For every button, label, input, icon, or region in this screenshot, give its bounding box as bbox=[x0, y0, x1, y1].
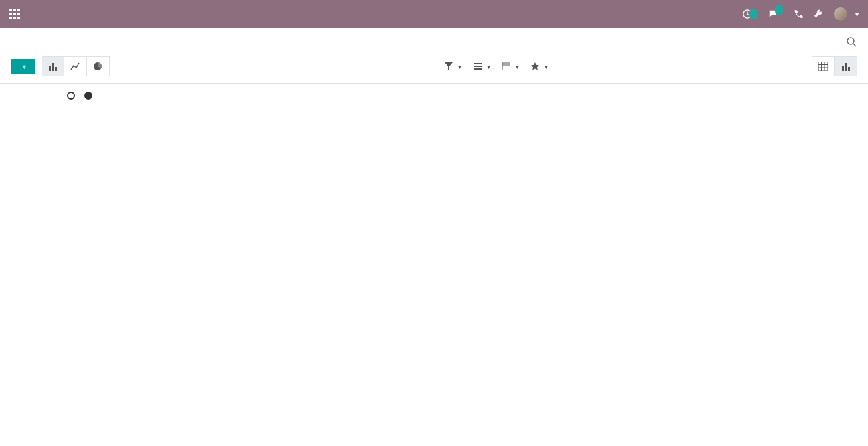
svg-rect-6 bbox=[9, 17, 12, 19]
chart-type-line[interactable] bbox=[64, 56, 87, 76]
chart-plot bbox=[11, 104, 857, 439]
funnel-icon bbox=[445, 62, 453, 70]
svg-rect-8 bbox=[17, 17, 20, 19]
table-icon bbox=[818, 62, 828, 71]
caret-down-icon: ▾ bbox=[23, 63, 27, 70]
bar-chart-icon bbox=[48, 62, 58, 71]
svg-rect-0 bbox=[9, 9, 12, 11]
mode-grouped[interactable] bbox=[67, 92, 78, 100]
calendar-icon bbox=[502, 62, 510, 70]
svg-rect-1 bbox=[13, 9, 16, 11]
breadcrumb bbox=[0, 28, 434, 40]
line-chart-icon bbox=[70, 62, 80, 71]
search-bar bbox=[445, 32, 857, 52]
user-menu[interactable]: ▾ bbox=[834, 7, 859, 21]
apps-icon[interactable] bbox=[9, 9, 20, 19]
msg-count bbox=[775, 5, 783, 15]
groupby-dropdown[interactable]: ▾ bbox=[474, 62, 490, 70]
view-pivot[interactable] bbox=[812, 56, 835, 76]
star-icon bbox=[531, 62, 539, 70]
activity-indicator[interactable] bbox=[743, 9, 757, 19]
bar-chart-icon bbox=[841, 62, 851, 71]
svg-rect-25 bbox=[848, 67, 850, 71]
search-input[interactable] bbox=[445, 34, 847, 50]
timeranges-dropdown[interactable]: ▾ bbox=[502, 62, 519, 70]
filters-dropdown[interactable]: ▾ bbox=[445, 62, 461, 70]
svg-rect-4 bbox=[13, 13, 16, 15]
activity-count bbox=[749, 9, 757, 19]
svg-rect-12 bbox=[49, 66, 51, 71]
phone-icon[interactable] bbox=[794, 9, 803, 19]
avatar bbox=[834, 7, 847, 21]
svg-rect-18 bbox=[818, 62, 828, 71]
search-icon[interactable] bbox=[847, 37, 857, 48]
messaging-indicator[interactable] bbox=[768, 9, 783, 19]
svg-point-10 bbox=[847, 38, 854, 44]
svg-rect-7 bbox=[13, 17, 16, 19]
svg-rect-14 bbox=[55, 67, 57, 71]
mode-stacked[interactable] bbox=[84, 92, 95, 100]
chart-type-pie[interactable] bbox=[87, 56, 110, 76]
svg-rect-3 bbox=[9, 13, 12, 15]
view-graph[interactable] bbox=[835, 56, 857, 76]
chart-area bbox=[0, 84, 868, 443]
measures-button[interactable]: ▾ bbox=[11, 59, 35, 74]
caret-down-icon: ▾ bbox=[855, 11, 859, 18]
svg-rect-5 bbox=[17, 13, 20, 15]
control-panel: ▾ ▾ ▾ bbox=[0, 28, 868, 84]
top-navbar: ▾ bbox=[0, 0, 868, 28]
svg-rect-24 bbox=[845, 63, 847, 71]
wrench-icon[interactable] bbox=[814, 9, 823, 19]
svg-line-11 bbox=[853, 44, 856, 46]
svg-rect-23 bbox=[842, 66, 844, 71]
chart-type-bar[interactable] bbox=[42, 56, 64, 76]
svg-rect-13 bbox=[52, 63, 54, 71]
radio-icon bbox=[84, 92, 92, 100]
list-icon bbox=[474, 62, 482, 70]
pie-chart-icon bbox=[93, 62, 102, 71]
svg-rect-2 bbox=[17, 9, 20, 11]
radio-icon bbox=[67, 92, 75, 100]
svg-rect-16 bbox=[502, 63, 510, 70]
favorites-dropdown[interactable]: ▾ bbox=[531, 62, 548, 70]
